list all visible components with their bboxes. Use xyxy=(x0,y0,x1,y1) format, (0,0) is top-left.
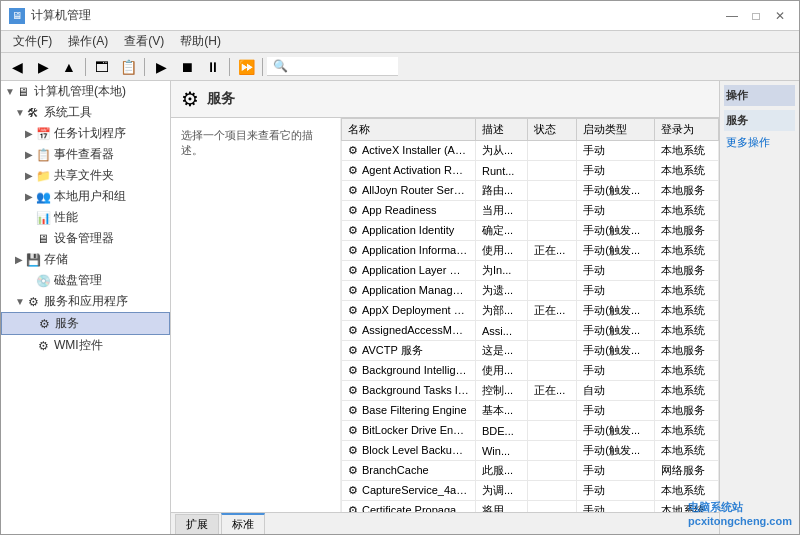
cell-desc: 此服... xyxy=(475,461,527,481)
cell-name: ⚙App Readiness xyxy=(342,201,476,221)
menu-view[interactable]: 查看(V) xyxy=(116,31,172,52)
up-button[interactable]: ▲ xyxy=(57,56,81,78)
cell-logon: 本地系统 xyxy=(655,281,719,301)
sidebar-item-services-apps[interactable]: ▼ ⚙ 服务和应用程序 xyxy=(1,291,170,312)
cell-logon: 本地系统 xyxy=(655,321,719,341)
table-row[interactable]: ⚙ActiveX Installer (AxInstSV)为从...手动本地系统 xyxy=(342,141,719,161)
col-logon[interactable]: 登录为 xyxy=(655,119,719,141)
cell-name: ⚙CaptureService_4a6c6 xyxy=(342,481,476,501)
back-button[interactable]: ◀ xyxy=(5,56,29,78)
table-row[interactable]: ⚙Block Level Backup Engi...Win...手动(触发..… xyxy=(342,441,719,461)
col-name[interactable]: 名称 xyxy=(342,119,476,141)
cell-desc: 使用... xyxy=(475,361,527,381)
sidebar-item-system-tools[interactable]: ▼ 🛠 系统工具 xyxy=(1,102,170,123)
sidebar-item-wmi[interactable]: ⚙ WMI控件 xyxy=(1,335,170,356)
cell-name: ⚙AppX Deployment Servic... xyxy=(342,301,476,321)
search-input[interactable] xyxy=(292,59,392,73)
services-table-area[interactable]: 名称 描述 状态 启动类型 登录为 ⚙ActiveX Installer (Ax… xyxy=(341,118,719,512)
col-startup[interactable]: 启动类型 xyxy=(577,119,655,141)
cell-startup: 手动(触发... xyxy=(577,421,655,441)
table-row[interactable]: ⚙AppX Deployment Servic...为部...正在...手动(触… xyxy=(342,301,719,321)
menu-file[interactable]: 文件(F) xyxy=(5,31,60,52)
window-title: 计算机管理 xyxy=(31,7,91,24)
title-bar: 🖥 计算机管理 — □ ✕ xyxy=(1,1,799,31)
cell-startup: 手动 xyxy=(577,141,655,161)
sidebar-item-storage[interactable]: ▶ 💾 存储 xyxy=(1,249,170,270)
table-row[interactable]: ⚙Background Tasks Infra...控制...正在...自动本地… xyxy=(342,381,719,401)
table-row[interactable]: ⚙Application Layer Gatewa...为In...手动本地服务 xyxy=(342,261,719,281)
maximize-button[interactable]: □ xyxy=(745,5,767,27)
cell-status xyxy=(528,461,577,481)
table-row[interactable]: ⚙Agent Activation Runtime...Runt...手动本地系… xyxy=(342,161,719,181)
cell-status xyxy=(528,421,577,441)
play-button[interactable]: ▶ xyxy=(149,56,173,78)
table-row[interactable]: ⚙Base Filtering Engine基本...手动本地服务 xyxy=(342,401,719,421)
sidebar-item-event-viewer[interactable]: ▶ 📋 事件查看器 xyxy=(1,144,170,165)
watermark: 电脑系统站 pcxitongcheng.com xyxy=(688,500,792,527)
cell-startup: 手动 xyxy=(577,201,655,221)
minimize-button[interactable]: — xyxy=(721,5,743,27)
disk-management-icon: 💿 xyxy=(35,273,51,289)
cell-startup: 手动(触发... xyxy=(577,341,655,361)
cell-desc: Runt... xyxy=(475,161,527,181)
cell-name: ⚙BranchCache xyxy=(342,461,476,481)
sidebar-item-task-scheduler[interactable]: ▶ 📅 任务计划程序 xyxy=(1,123,170,144)
cell-status xyxy=(528,441,577,461)
cell-logon: 本地服务 xyxy=(655,341,719,361)
table-row[interactable]: ⚙AllJoyn Router Service路由...手动(触发...本地服务 xyxy=(342,181,719,201)
forward-button[interactable]: ▶ xyxy=(31,56,55,78)
computer-icon: 🖥 xyxy=(15,84,31,100)
cell-startup: 手动(触发... xyxy=(577,221,655,241)
toolbar-separator2 xyxy=(144,58,145,76)
cell-status xyxy=(528,181,577,201)
show-action-pane-button[interactable]: 🗔 xyxy=(90,56,114,78)
menu-help[interactable]: 帮助(H) xyxy=(172,31,229,52)
cell-startup: 手动(触发... xyxy=(577,181,655,201)
cell-status xyxy=(528,501,577,513)
main-area: ▼ 🖥 计算机管理(本地) ▼ 🛠 系统工具 ▶ 📅 任务计划程序 ▶ 📋 事件… xyxy=(1,81,799,534)
properties-button[interactable]: 📋 xyxy=(116,56,140,78)
cell-status: 正在... xyxy=(528,241,577,261)
sidebar-item-performance[interactable]: 📊 性能 xyxy=(1,207,170,228)
cell-status xyxy=(528,321,577,341)
sidebar-item-disk-management[interactable]: 💿 磁盘管理 xyxy=(1,270,170,291)
table-row[interactable]: ⚙App Readiness当用...手动本地系统 xyxy=(342,201,719,221)
cell-logon: 本地服务 xyxy=(655,181,719,201)
col-status[interactable]: 状态 xyxy=(528,119,577,141)
right-panel: 操作 服务 更多操作 xyxy=(719,81,799,534)
table-row[interactable]: ⚙CaptureService_4a6c6为调...手动本地系统 xyxy=(342,481,719,501)
sidebar-item-device-manager[interactable]: 🖥 设备管理器 xyxy=(1,228,170,249)
event-viewer-icon: 📋 xyxy=(35,147,51,163)
cell-status: 正在... xyxy=(528,301,577,321)
table-row[interactable]: ⚙Certificate Propagation将用...手动本地系统 xyxy=(342,501,719,513)
sidebar-label: 存储 xyxy=(44,251,68,268)
sidebar-label: 性能 xyxy=(54,209,78,226)
table-row[interactable]: ⚙Application Management为遗...手动本地系统 xyxy=(342,281,719,301)
cell-desc: 为In... xyxy=(475,261,527,281)
pause-button[interactable]: ⏸ xyxy=(201,56,225,78)
refresh-button[interactable]: ⏩ xyxy=(234,56,258,78)
menu-action[interactable]: 操作(A) xyxy=(60,31,116,52)
sidebar-label: 服务和应用程序 xyxy=(44,293,128,310)
table-row[interactable]: ⚙BranchCache此服...手动网络服务 xyxy=(342,461,719,481)
table-row[interactable]: ⚙Application Information使用...正在...手动(触发.… xyxy=(342,241,719,261)
cell-desc: 当用... xyxy=(475,201,527,221)
table-row[interactable]: ⚙Background Intelligent T...使用...手动本地系统 xyxy=(342,361,719,381)
sidebar-label: 设备管理器 xyxy=(54,230,114,247)
table-row[interactable]: ⚙AVCTP 服务这是...手动(触发...本地服务 xyxy=(342,341,719,361)
sidebar-root[interactable]: ▼ 🖥 计算机管理(本地) xyxy=(1,81,170,102)
sidebar-item-services[interactable]: ⚙ 服务 xyxy=(1,312,170,335)
cell-desc: 路由... xyxy=(475,181,527,201)
stop-button[interactable]: ⏹ xyxy=(175,56,199,78)
cell-startup: 手动 xyxy=(577,481,655,501)
tab-extended[interactable]: 扩展 xyxy=(175,514,219,534)
tab-standard[interactable]: 标准 xyxy=(221,513,265,534)
table-row[interactable]: ⚙BitLocker Drive Encryptio...BDE...手动(触发… xyxy=(342,421,719,441)
sidebar-item-shared-folders[interactable]: ▶ 📁 共享文件夹 xyxy=(1,165,170,186)
table-row[interactable]: ⚙AssignedAccessManager...Assi...手动(触发...… xyxy=(342,321,719,341)
table-row[interactable]: ⚙Application Identity确定...手动(触发...本地服务 xyxy=(342,221,719,241)
close-button[interactable]: ✕ xyxy=(769,5,791,27)
more-actions-link[interactable]: 更多操作 xyxy=(724,133,795,152)
sidebar-item-local-users[interactable]: ▶ 👥 本地用户和组 xyxy=(1,186,170,207)
col-desc[interactable]: 描述 xyxy=(475,119,527,141)
